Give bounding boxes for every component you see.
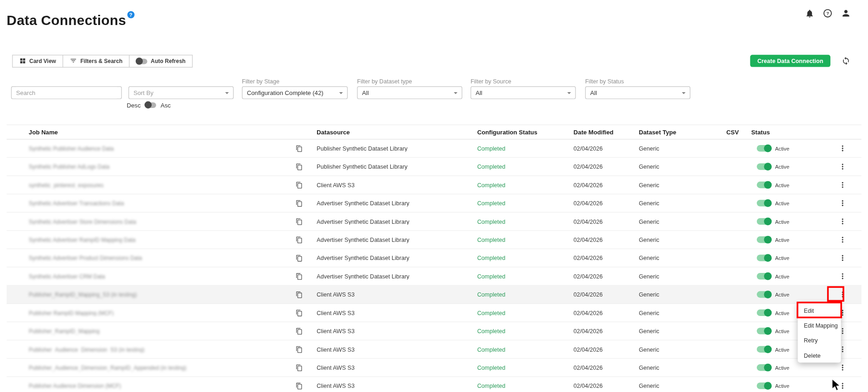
row-menu-kebab-icon[interactable] (837, 197, 848, 209)
row-menu-kebab-icon[interactable] (837, 234, 848, 245)
card-view-button[interactable]: Card View (12, 55, 63, 67)
auto-refresh-label: Auto Refresh (151, 58, 185, 64)
toggle-knob (764, 236, 772, 244)
copy-icon[interactable] (295, 290, 304, 299)
status-label: Active (775, 328, 789, 334)
notifications-bell-icon[interactable] (804, 8, 815, 19)
copy-icon[interactable] (295, 235, 304, 244)
status-label: Active (775, 365, 789, 371)
kebab-cell (823, 179, 861, 190)
filter-stage-value: Configuration Complete (42) (247, 89, 323, 96)
copy-icon[interactable] (295, 345, 304, 354)
chevron-down-icon (564, 89, 573, 99)
status-toggle[interactable] (757, 273, 771, 279)
job-name: Synthetic Publisher AdLogs Data (29, 164, 294, 170)
copy-icon[interactable] (295, 144, 304, 153)
status-toggle[interactable] (757, 255, 771, 261)
sort-direction: Desc Asc (127, 102, 171, 108)
dataset-type: Generic (639, 364, 727, 371)
toggle-knob (136, 57, 143, 65)
date-modified: 02/04/2026 (574, 255, 639, 261)
configuration-status: Completed (477, 236, 574, 243)
context-menu-item-retry[interactable]: Retry (798, 333, 841, 348)
configuration-status: Completed (477, 145, 574, 152)
copy-icon[interactable] (295, 381, 304, 390)
copy-icon[interactable] (295, 217, 304, 226)
copy-cell (295, 199, 317, 208)
sort-by-select[interactable]: Sort By (128, 86, 234, 99)
search-input[interactable] (16, 87, 117, 99)
status-toggle[interactable] (757, 200, 771, 206)
copy-icon[interactable] (295, 327, 304, 335)
filter-dataset-type-select[interactable]: All (357, 86, 463, 99)
status-toggle[interactable] (757, 382, 771, 389)
account-person-icon[interactable] (840, 8, 851, 19)
top-icons: ? (804, 8, 852, 19)
toggle-knob (764, 199, 772, 207)
status-toggle[interactable] (757, 291, 771, 297)
sort-direction-toggle[interactable] (145, 102, 156, 108)
datasource: Publisher Synthetic Dataset Library (317, 145, 477, 152)
datasource: Client AWS S3 (317, 382, 477, 389)
auto-refresh-toggle[interactable] (136, 58, 147, 64)
status-label: Active (775, 200, 789, 206)
status-toggle[interactable] (757, 163, 771, 170)
copy-icon[interactable] (295, 180, 304, 189)
row-menu-kebab-icon[interactable] (837, 253, 848, 264)
filter-status-select[interactable]: All (585, 86, 691, 99)
copy-icon[interactable] (295, 363, 304, 372)
filter-stage-select[interactable]: Configuration Complete (42) (242, 86, 348, 99)
row-menu-kebab-icon[interactable] (837, 216, 848, 227)
table-row: Synthetic Advertiser RampID Mapping Data… (6, 231, 861, 249)
context-menu-item-delete[interactable]: Delete (798, 348, 841, 362)
create-data-connection-button[interactable]: Create Data Connection (750, 55, 830, 67)
copy-cell (295, 217, 317, 226)
row-menu-kebab-icon[interactable] (837, 143, 848, 154)
status-toggle[interactable] (757, 328, 771, 334)
column-header-datasource: Datasource (317, 129, 477, 135)
filter-status-wrap: Filter by Status All (585, 78, 691, 99)
filter-source-select[interactable]: All (470, 86, 576, 99)
row-menu-kebab-icon[interactable] (837, 289, 848, 300)
copy-icon[interactable] (295, 162, 304, 171)
context-menu-item-edit[interactable]: Edit (798, 303, 841, 317)
status-toggle[interactable] (757, 236, 771, 243)
filters-row: . . Sort By Filter by Stage Configuratio… (0, 78, 868, 100)
status-label: Active (775, 346, 789, 352)
row-menu-kebab-icon[interactable] (837, 362, 848, 373)
card-view-label: Card View (29, 58, 56, 64)
refresh-sync-icon[interactable] (840, 55, 851, 66)
date-modified: 02/04/2026 (574, 218, 639, 225)
help-icon[interactable]: ? (822, 8, 833, 19)
copy-icon[interactable] (295, 308, 304, 317)
status-toggle[interactable] (757, 218, 771, 225)
title-help-badge-icon[interactable]: ? (127, 11, 134, 19)
filter-source-wrap: Filter by Source All (470, 78, 576, 99)
toolbar: Card View Filters & Search Auto Refresh … (0, 55, 868, 69)
kebab-cell (823, 271, 861, 282)
toggle-knob (145, 101, 152, 109)
status-toggle[interactable] (757, 310, 771, 316)
row-menu-kebab-icon[interactable] (837, 271, 848, 282)
status-toggle[interactable] (757, 182, 771, 188)
configuration-status: Completed (477, 255, 574, 261)
status-toggle[interactable] (757, 364, 771, 371)
row-menu-kebab-icon[interactable] (837, 161, 848, 172)
table-row: Synthetic Advertiser Product Dimensions … (6, 249, 861, 267)
kebab-cell (823, 197, 861, 209)
table-row: Synthetic Advertiser CRM Data Advertiser… (6, 267, 861, 285)
copy-icon[interactable] (295, 199, 304, 208)
toggle-knob (764, 291, 772, 298)
dataset-type: Generic (639, 236, 727, 243)
copy-icon[interactable] (295, 272, 304, 281)
status-toggle[interactable] (757, 145, 771, 152)
row-menu-kebab-icon[interactable] (837, 179, 848, 190)
status-toggle[interactable] (757, 346, 771, 353)
auto-refresh-button[interactable]: Auto Refresh (129, 55, 193, 67)
context-menu-item-edit-mapping[interactable]: Edit Mapping (798, 318, 841, 333)
kebab-cell (823, 143, 861, 154)
status-cell: Active (751, 291, 823, 297)
filters-search-button[interactable]: Filters & Search (63, 55, 130, 67)
table-row: Publisher_RampID_Mapping_S3 (in testing)… (6, 285, 861, 303)
copy-icon[interactable] (295, 253, 304, 262)
